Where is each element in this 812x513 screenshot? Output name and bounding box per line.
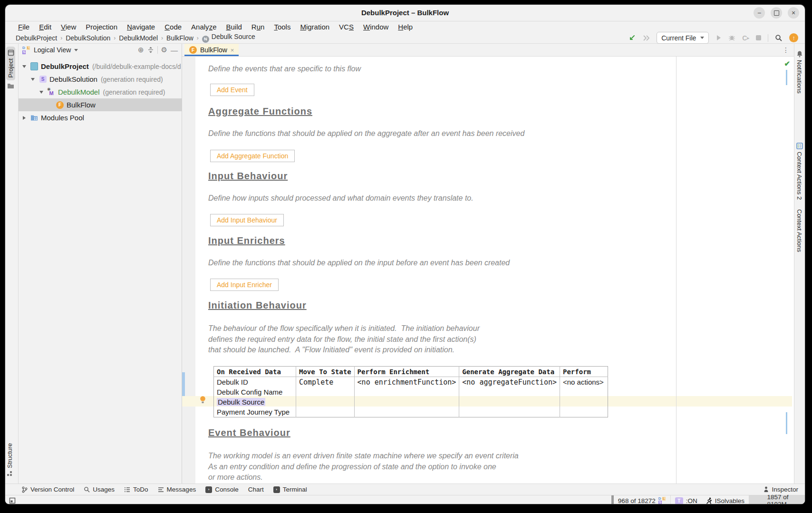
search-icon (84, 486, 90, 493)
menu-help[interactable]: Help (394, 23, 417, 31)
stop-icon[interactable] (756, 35, 761, 40)
status-bar: 968 of 18272 DLS T :ON ISolvables 1857 o… (5, 495, 805, 504)
tool-console[interactable]: › Console (205, 486, 239, 493)
minimize-button[interactable]: − (754, 7, 765, 19)
col-header[interactable]: On Received Data (214, 367, 296, 377)
tool-tab-context-actions-2[interactable]: Context Actions 2 (796, 143, 803, 200)
tool-inspector[interactable]: Inspector (764, 486, 798, 493)
tab-bulkflow[interactable]: F BulkFlow × (184, 44, 239, 56)
menu-code[interactable]: Code (160, 23, 186, 31)
col-header[interactable]: Move To State (296, 367, 355, 377)
tool-tab-notifications[interactable]: Notifications (796, 50, 803, 94)
breadcrumb-item-current[interactable]: NDebulk Source (202, 33, 255, 43)
collapse-all-icon[interactable] (147, 47, 154, 53)
tool-tab-context-actions[interactable]: Context Actions (796, 209, 803, 252)
debug-icon[interactable] (728, 34, 735, 41)
tool-chart[interactable]: Chart (248, 486, 264, 493)
run-icon[interactable] (715, 35, 722, 41)
search-everywhere-icon[interactable] (775, 34, 783, 42)
inspections-ok-icon[interactable]: ✔ (784, 59, 790, 68)
col-header[interactable]: Perform (560, 367, 608, 377)
structure-tab-label: Structure (6, 443, 13, 468)
breadcrumb-item[interactable]: DebulkSolution (66, 34, 110, 42)
tool-usages[interactable]: Usages (84, 486, 115, 493)
menu-projection[interactable]: Projection (81, 23, 122, 31)
breadcrumb-item[interactable]: DebulkModel (119, 34, 158, 42)
menu-file[interactable]: File (14, 23, 34, 31)
tree-row-debulkmodel[interactable]: ✳M DebulkModel (generation required) (19, 86, 182, 98)
add-event-button[interactable]: Add Event (210, 84, 254, 96)
build-project-icon[interactable] (628, 34, 636, 42)
locate-file-icon[interactable]: ⊕ (138, 46, 144, 54)
run-with-coverage-icon[interactable]: C▸ (742, 34, 749, 42)
gear-icon[interactable]: ⚙ (161, 46, 167, 54)
maximize-button[interactable] (771, 7, 782, 19)
close-button[interactable]: × (788, 7, 799, 19)
toolbar-divider (768, 34, 768, 42)
tool-version-control[interactable]: Version Control (21, 486, 74, 493)
aggregate-functions-heading: Aggregate Functions (208, 106, 312, 117)
update-available-icon[interactable]: ↑ (789, 33, 798, 42)
model-node-icon: ✳M (48, 88, 55, 96)
menu-build[interactable]: Build (222, 23, 246, 31)
scrollbar-mark[interactable] (786, 412, 787, 434)
menu-vcs[interactable]: VCS (335, 23, 358, 31)
folder-icon[interactable] (7, 83, 14, 89)
view-selector[interactable]: Logical View (34, 46, 71, 54)
breadcrumb-separator: › (161, 35, 163, 41)
intention-bulb-icon[interactable] (199, 396, 206, 404)
hide-panel-icon[interactable]: — (171, 46, 178, 54)
breadcrumb-item[interactable]: BulkFlow (166, 34, 193, 42)
structure-icon (7, 471, 13, 477)
menu-migration[interactable]: Migration (296, 23, 334, 31)
tool-tab-project[interactable]: Project (6, 47, 15, 89)
position-widget[interactable]: 968 of 18272 DLS (614, 495, 670, 504)
run-configuration-selector[interactable]: Current File (657, 32, 709, 44)
received-data-cell[interactable]: Debulk Config Name (214, 387, 296, 397)
tool-messages[interactable]: Messages (158, 486, 196, 493)
vcs-update-icon[interactable] (642, 34, 650, 42)
tab-close-icon[interactable]: × (231, 47, 234, 54)
menu-navigate[interactable]: Navigate (123, 23, 159, 31)
table-row: Debulk Source (214, 397, 608, 407)
chevron-down-icon[interactable] (74, 49, 78, 51)
editor-options-icon[interactable]: ⋮ (783, 44, 789, 56)
menu-run[interactable]: Run (247, 23, 269, 31)
chevron-expanded-icon[interactable] (31, 77, 35, 81)
menu-view[interactable]: View (57, 23, 80, 31)
received-data-cell[interactable]: Payment Journey Type (214, 407, 296, 417)
received-data-cell-selected[interactable]: Debulk Source (214, 397, 296, 407)
add-input-enricher-button[interactable]: Add Input Enricher (210, 279, 279, 291)
scrollbar-mark[interactable] (786, 70, 787, 85)
chevron-collapsed-icon[interactable] (22, 116, 26, 120)
col-header[interactable]: Generate Aggregate Data (459, 367, 560, 377)
chevron-expanded-icon[interactable] (39, 90, 43, 94)
add-aggregate-function-button[interactable]: Add Aggregate Function (210, 150, 295, 162)
solvables-widget[interactable]: ISolvables (702, 495, 749, 504)
breadcrumb-item[interactable]: DebulkProject (16, 34, 57, 42)
tool-todo[interactable]: ToDo (124, 486, 148, 493)
perform-cell[interactable]: <no actions> (560, 377, 608, 387)
received-data-cell[interactable]: Debulk ID (214, 377, 296, 387)
move-to-state-cell[interactable]: Complete (296, 377, 355, 387)
menu-window[interactable]: Window (359, 23, 393, 31)
tool-window-switcher-icon[interactable] (9, 497, 16, 504)
generate-aggregate-data-cell[interactable]: <no aggregateFunction> (459, 377, 560, 387)
logical-view-icon: DLS (22, 46, 30, 54)
add-input-behaviour-button[interactable]: Add Input Behaviour (210, 214, 284, 226)
tree-row-debulkproject[interactable]: DebulkProject (/build/debulk-example-doc… (19, 60, 182, 73)
tool-terminal[interactable]: › Terminal (273, 486, 307, 493)
menu-tools[interactable]: Tools (270, 23, 295, 31)
memory-indicator[interactable]: 1857 of 8192M (749, 495, 805, 504)
editor-splitter[interactable] (676, 57, 677, 484)
perform-enrichment-cell[interactable]: <no enrichmentFunction> (354, 377, 459, 387)
menu-edit[interactable]: Edit (35, 23, 56, 31)
tool-tab-structure[interactable]: Structure (6, 443, 13, 477)
tracing-widget[interactable]: T :ON (671, 495, 702, 504)
menu-analyze[interactable]: Analyze (187, 23, 221, 31)
tree-row-bulkflow-selected[interactable]: F BulkFlow (19, 98, 182, 111)
col-header[interactable]: Perform Enrichment (354, 367, 459, 377)
tree-row-modules-pool[interactable]: Modules Pool (19, 111, 182, 124)
chevron-expanded-icon[interactable] (22, 65, 26, 68)
tree-row-debulksolution[interactable]: S DebulkSolution (generation required) (19, 73, 182, 86)
